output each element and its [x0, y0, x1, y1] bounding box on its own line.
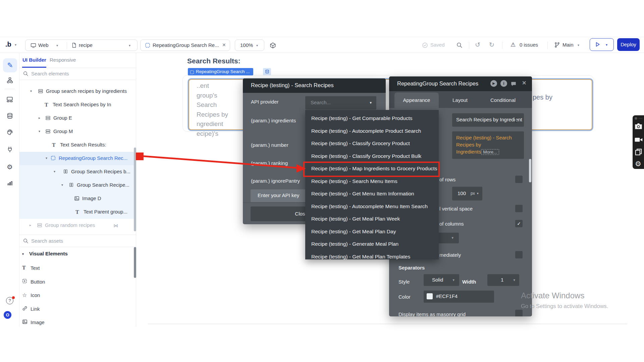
chevron-down-icon[interactable]: ▾ — [15, 43, 16, 47]
plugins-icon[interactable] — [0, 146, 19, 154]
api-provider-option[interactable]: Recipe (testing) - Get Meal Plan Templat… — [305, 250, 439, 260]
search-icon[interactable] — [456, 42, 463, 50]
chevron-down-icon[interactable]: ▾ — [56, 44, 58, 47]
api-provider-option[interactable]: Recipe (testing) - Get Meal Plan Week — [305, 213, 439, 225]
tree-item[interactable]: ▾Group Search Recipes b... — [19, 165, 136, 179]
property-checkbox[interactable] — [515, 176, 523, 183]
data-source-field[interactable]: Recipe (testing) - Search Recipes by Ing… — [452, 131, 524, 159]
selected-element-badge[interactable]: RepeatingGroup Search ... — [188, 68, 253, 75]
visual-elements-header[interactable]: ▾ Visual Elements — [19, 249, 136, 260]
chevron-down-icon[interactable]: ▾ — [30, 89, 32, 93]
row-height-input[interactable]: 100 px ▾ — [452, 187, 482, 200]
api-provider-option[interactable]: Recipe (testing) - Classify Grocery Prod… — [305, 137, 439, 149]
api-provider-option[interactable]: Recipe (testing) - Get Meal Plan Day — [305, 225, 439, 238]
info-icon[interactable]: i — [500, 80, 507, 87]
tab-ui-builder[interactable]: UI Builder — [22, 57, 46, 63]
issues-counter[interactable]: 0 issues — [520, 42, 538, 48]
tree-item[interactable]: TText Search Recipes by In — [19, 98, 136, 112]
scrollbar-thumb[interactable] — [134, 147, 136, 231]
tree-item[interactable]: TText Search Results: — [19, 138, 136, 152]
device-selector[interactable]: Web — [38, 42, 49, 48]
search-elements-input[interactable]: Search elements — [31, 71, 69, 76]
video-icon[interactable] — [634, 135, 643, 145]
asset-item-icon[interactable]: ☆Icon — [19, 289, 136, 302]
zoom-control[interactable]: 100% ▾ — [235, 40, 264, 51]
chevron-right-icon[interactable]: ▸ — [39, 116, 40, 120]
camera-icon[interactable] — [634, 122, 643, 132]
tree-item[interactable]: ▸Group random recipes⋈ — [19, 219, 136, 232]
play-icon[interactable]: ▶ — [490, 80, 497, 87]
separator-color-field[interactable]: #ECF1F4 — [424, 291, 494, 303]
asset-item-text[interactable]: TText — [19, 262, 136, 275]
api-provider-option[interactable]: Recipe (testing) - Autocomplete Menu Ite… — [305, 200, 439, 213]
close-icon[interactable]: ✕ — [522, 80, 526, 86]
api-provider-option[interactable]: Recipe (testing) - Classify Grocery Prod… — [305, 150, 439, 162]
tree-item[interactable]: Image D — [19, 192, 136, 205]
property-checkbox[interactable]: ✓ — [515, 220, 523, 227]
hidden-icon[interactable]: ⋈ — [113, 223, 118, 228]
content-type-field[interactable]: Search Recipes by Ingredient — [452, 113, 524, 127]
page-selector[interactable]: recipe — [79, 42, 93, 48]
tab-appearance[interactable]: Appearance — [394, 93, 439, 108]
tree-item[interactable]: ▾Group M — [19, 125, 136, 138]
workflow-icon[interactable] — [0, 77, 19, 85]
design-tab[interactable]: ✎ — [3, 58, 17, 72]
api-provider-dropdown[interactable]: Search... ▾ — [305, 96, 376, 110]
api-provider-option[interactable]: Recipe (testing) - Get Comparable Produc… — [305, 112, 439, 124]
separator-style-dropdown[interactable]: Solid ▾ — [424, 274, 459, 286]
comment-icon[interactable] — [511, 81, 517, 88]
settings-gear-icon[interactable]: ⚙ — [0, 163, 19, 171]
chevron-down-icon[interactable]: ▾ — [129, 44, 130, 47]
data-source-chip[interactable] — [263, 68, 271, 75]
pages-icon[interactable] — [0, 96, 19, 104]
api-provider-option[interactable]: Recipe (testing) - Get Menu Item Informa… — [305, 187, 439, 200]
chevron-down-icon[interactable]: ▾ — [54, 170, 55, 173]
tree-item[interactable]: ▾Group search recipes by ingredients — [19, 85, 136, 98]
scrollbar-thumb[interactable] — [529, 159, 531, 182]
chevron-down-icon[interactable]: ▾ — [46, 156, 47, 160]
asset-item-button[interactable]: Button — [19, 276, 136, 289]
tree-item[interactable]: ▸Group E — [19, 112, 136, 125]
element-tab[interactable]: RepeatingGroup Search Re... ✕ — [140, 40, 230, 51]
tab-conditional[interactable]: Conditional — [490, 97, 516, 103]
deploy-button[interactable]: Deploy — [617, 38, 640, 51]
tree-item[interactable]: ▾RepeatingGroup Search Rec... — [19, 152, 136, 165]
tree-item[interactable]: ▾Group Search Recipe... — [19, 179, 136, 192]
masonry-checkbox[interactable] — [515, 310, 523, 316]
redo-icon[interactable]: ↻ — [489, 41, 494, 49]
property-editor-header[interactable]: RepeatingGroup Search Recipes ▶ i ✕ — [389, 76, 532, 91]
chevron-down-icon[interactable]: ▾ — [39, 129, 40, 133]
preview-button[interactable]: ▾ — [590, 38, 614, 51]
api-provider-option[interactable]: Recipe (testing) - Generate Meal Plan — [305, 238, 439, 250]
help-icon[interactable]: ? — [0, 297, 19, 304]
logs-chart-icon[interactable] — [0, 180, 19, 188]
separator-width-dropdown[interactable]: 1 ▾ — [487, 274, 519, 286]
styles-palette-icon[interactable] — [0, 129, 19, 137]
tab-responsive[interactable]: Responsive — [50, 57, 76, 63]
api-provider-option[interactable]: Recipe (testing) - Autocomplete Product … — [305, 125, 439, 137]
property-checkbox[interactable] — [515, 205, 523, 212]
chevron-down-icon[interactable]: ▾ — [578, 43, 579, 47]
asset-item-link[interactable]: Link — [19, 303, 136, 316]
chevron-down-icon[interactable]: ▾ — [61, 183, 63, 187]
more-expression-button[interactable]: More... — [481, 149, 499, 155]
tab-layout[interactable]: Layout — [452, 97, 468, 103]
settings-gear-icon[interactable]: ⚙ — [635, 160, 641, 168]
tree-item[interactable]: TText Parent group... — [19, 205, 136, 219]
copy-pages-icon[interactable] — [635, 148, 642, 157]
asset-item-image[interactable]: Image — [19, 316, 136, 329]
capture-mini-controls[interactable]: ⊙ ··· — [635, 117, 643, 120]
data-icon[interactable] — [0, 113, 19, 120]
modal-header[interactable]: Recipe (testing) - Search Recipes — [243, 78, 386, 93]
chevron-right-icon[interactable]: ▸ — [30, 223, 31, 227]
branch-selector[interactable]: Main — [562, 42, 574, 48]
chat-bubble-logo-icon[interactable]: O — [4, 311, 11, 319]
content-type-value: Search Recipes by Ingredient — [456, 117, 522, 122]
chevron-down-icon: ▾ — [22, 252, 24, 256]
property-checkbox[interactable] — [515, 251, 523, 258]
undo-icon[interactable]: ↺ — [475, 41, 480, 49]
bubble-logo[interactable]: .b — [5, 41, 11, 48]
close-icon[interactable]: ✕ — [222, 42, 226, 48]
search-assets-input[interactable]: Search assets — [31, 238, 63, 244]
component-cube-icon[interactable] — [270, 42, 276, 50]
